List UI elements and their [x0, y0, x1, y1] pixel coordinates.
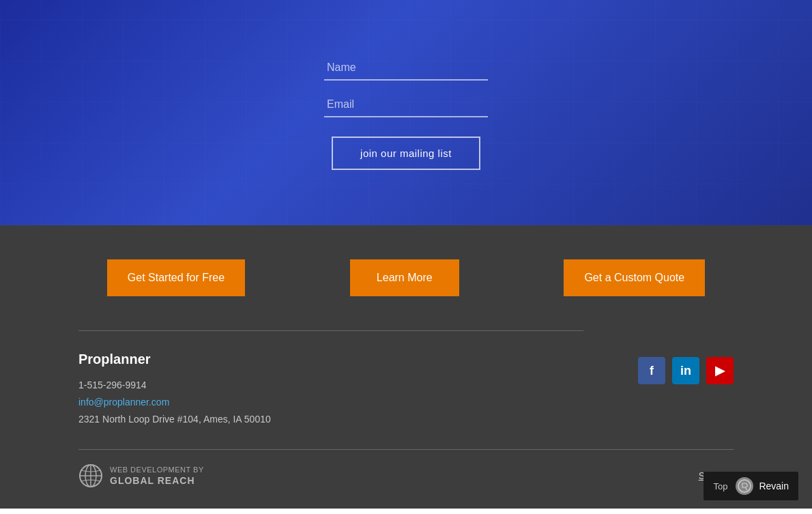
globe-icon [78, 463, 103, 488]
company-name: Proplanner [78, 352, 271, 367]
mailing-form: join our mailing list [324, 56, 488, 170]
revain-badge[interactable]: Top Revain [704, 472, 798, 500]
footer-info: Proplanner 1-515-296-9914 info@proplanne… [0, 331, 812, 449]
svg-line-5 [745, 487, 747, 490]
address: 2321 North Loop Drive #104, Ames, IA 500… [78, 411, 271, 428]
name-input[interactable] [324, 56, 488, 81]
facebook-icon[interactable]: f [638, 357, 665, 384]
bottom-bar: WEB DEVELOPMENT BY GLOBAL REACH Sitemap [0, 449, 812, 509]
web-dev-logo: WEB DEVELOPMENT BY GLOBAL REACH [78, 463, 204, 488]
revain-icon [736, 477, 753, 495]
svg-point-4 [738, 480, 751, 492]
web-dev-attribution: WEB DEVELOPMENT BY GLOBAL REACH [110, 465, 204, 486]
footer-bottom-divider [78, 449, 734, 450]
email-input[interactable] [324, 93, 488, 117]
phone-number: 1-515-296-9914 [78, 377, 271, 394]
linkedin-icon[interactable]: in [672, 357, 699, 384]
company-info: Proplanner 1-515-296-9914 info@proplanne… [78, 352, 271, 429]
learn-more-button[interactable]: Learn More [350, 259, 459, 296]
custom-quote-button[interactable]: Get a Custom Quote [564, 259, 705, 296]
youtube-icon[interactable]: ▶ [706, 357, 734, 384]
revain-label: Revain [759, 481, 789, 491]
bottom-content: WEB DEVELOPMENT BY GLOBAL REACH Sitemap [78, 463, 734, 488]
hero-section: join our mailing list [0, 0, 812, 225]
social-icons: f in ▶ [638, 357, 734, 384]
join-mailing-list-button[interactable]: join our mailing list [332, 137, 480, 170]
get-started-button[interactable]: Get Started for Free [107, 259, 245, 296]
email-link[interactable]: info@proplanner.com [78, 397, 169, 408]
top-label: Top [713, 481, 727, 491]
contact-info: 1-515-296-9914 info@proplanner.com 2321 … [78, 377, 271, 429]
cta-section: Get Started for Free Learn More Get a Cu… [0, 225, 812, 330]
